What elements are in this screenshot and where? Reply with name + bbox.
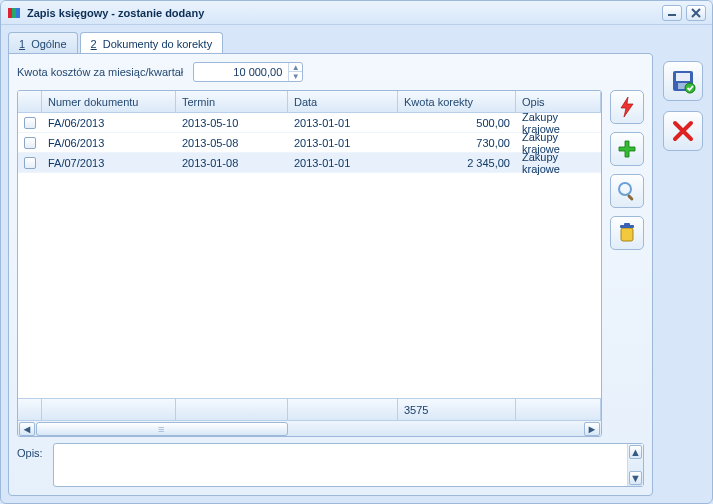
cell-kw: 730,00 (398, 137, 516, 149)
cell-opis: Zakupy krajowe (516, 151, 601, 175)
cell-doc: FA/07/2013 (42, 157, 176, 169)
grid-rows: FA/06/2013 2013-05-10 2013-01-01 500,00 … (18, 113, 601, 398)
add-button[interactable] (610, 132, 644, 166)
spin-down-icon[interactable]: ▼ (289, 72, 302, 81)
grid-side-buttons (610, 90, 644, 437)
cost-value: 10 000,00 (194, 66, 288, 78)
svg-rect-8 (624, 223, 630, 226)
col-opis[interactable]: Opis (516, 91, 601, 112)
opis-label: Opis: (17, 443, 47, 487)
save-button[interactable] (663, 61, 703, 101)
svg-rect-6 (621, 228, 633, 241)
cell-term: 2013-05-08 (176, 137, 288, 149)
scroll-up-icon[interactable]: ▲ (629, 445, 642, 459)
cell-data: 2013-01-01 (288, 137, 398, 149)
checkbox[interactable] (24, 117, 36, 129)
app-icon (7, 6, 21, 20)
scroll-track[interactable]: ≡ (36, 422, 583, 436)
svg-rect-5 (627, 194, 634, 201)
flash-button[interactable] (610, 90, 644, 124)
close-button[interactable] (686, 5, 706, 21)
grid-header: Numer dokumentu Termin Data Kwota korekt… (18, 91, 601, 113)
grid: Numer dokumentu Termin Data Kwota korekt… (17, 90, 602, 437)
tab-label: Ogólne (31, 38, 66, 50)
tab-label: Dokumenty do korekty (103, 38, 212, 50)
cell-doc: FA/06/2013 (42, 137, 176, 149)
cell-kw: 500,00 (398, 117, 516, 129)
sum-value: 3575 (398, 399, 516, 420)
svg-rect-3 (668, 14, 676, 16)
checkbox[interactable] (24, 157, 36, 169)
spinner[interactable]: ▲ ▼ (288, 63, 302, 81)
col-doc[interactable]: Numer dokumentu (42, 91, 176, 112)
cell-doc: FA/06/2013 (42, 117, 176, 129)
h-scrollbar[interactable]: ◄ ≡ ► (18, 420, 601, 436)
svg-rect-0 (8, 8, 12, 18)
scroll-left-icon[interactable]: ◄ (19, 422, 35, 436)
checkbox[interactable] (24, 137, 36, 149)
cost-input[interactable]: 10 000,00 ▲ ▼ (193, 62, 303, 82)
opis-row: Opis: ▲ ▼ (17, 443, 644, 487)
v-scrollbar[interactable]: ▲ ▼ (627, 444, 643, 486)
cell-term: 2013-01-08 (176, 157, 288, 169)
scroll-down-icon[interactable]: ▼ (629, 471, 642, 485)
scroll-thumb[interactable]: ≡ (36, 422, 288, 436)
table-row[interactable]: FA/06/2013 2013-05-08 2013-01-01 730,00 … (18, 133, 601, 153)
scroll-right-icon[interactable]: ► (584, 422, 600, 436)
window: Zapis księgowy - zostanie dodany 1Ogólne… (0, 0, 713, 504)
tabs: 1Ogólne 2Dokumenty do korekty (8, 31, 705, 53)
svg-rect-2 (16, 8, 20, 18)
cancel-button[interactable] (663, 111, 703, 151)
col-check[interactable] (18, 91, 42, 112)
tab-documents[interactable]: 2Dokumenty do korekty (80, 32, 224, 54)
cost-label: Kwota kosztów za miesiąc/kwartał (17, 66, 183, 78)
table-row[interactable]: FA/07/2013 2013-01-08 2013-01-01 2 345,0… (18, 153, 601, 173)
cost-row: Kwota kosztów za miesiąc/kwartał 10 000,… (17, 62, 644, 82)
cell-data: 2013-01-01 (288, 117, 398, 129)
delete-button[interactable] (610, 216, 644, 250)
col-kw[interactable]: Kwota korekty (398, 91, 516, 112)
tab-general[interactable]: 1Ogólne (8, 32, 78, 54)
cell-data: 2013-01-01 (288, 157, 398, 169)
search-button[interactable] (610, 174, 644, 208)
svg-rect-10 (676, 73, 690, 81)
cell-term: 2013-05-10 (176, 117, 288, 129)
col-data[interactable]: Data (288, 91, 398, 112)
cell-kw: 2 345,00 (398, 157, 516, 169)
table-row[interactable]: FA/06/2013 2013-05-10 2013-01-01 500,00 … (18, 113, 601, 133)
col-term[interactable]: Termin (176, 91, 288, 112)
tab-panel: Kwota kosztów za miesiąc/kwartał 10 000,… (8, 53, 653, 496)
dialog-controls (661, 53, 705, 151)
spin-up-icon[interactable]: ▲ (289, 63, 302, 72)
svg-point-4 (619, 183, 631, 195)
window-title: Zapis księgowy - zostanie dodany (27, 7, 204, 19)
svg-point-12 (685, 83, 695, 93)
svg-rect-1 (12, 8, 16, 18)
minimize-button[interactable] (662, 5, 682, 21)
titlebar: Zapis księgowy - zostanie dodany (1, 1, 712, 25)
grid-summary: 3575 (18, 398, 601, 420)
opis-textarea[interactable]: ▲ ▼ (53, 443, 644, 487)
